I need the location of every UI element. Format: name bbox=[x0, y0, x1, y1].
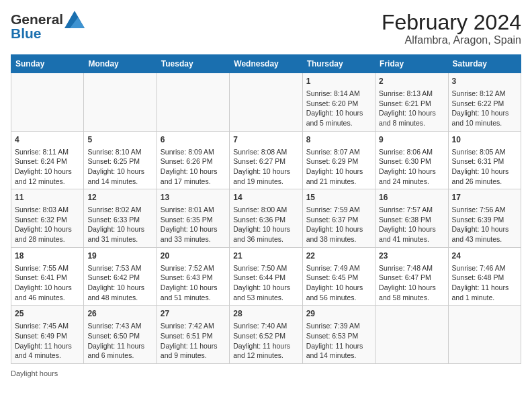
calendar-cell: 18Sunrise: 7:55 AM Sunset: 6:41 PM Dayli… bbox=[11, 247, 84, 306]
calendar-table: SundayMondayTuesdayWednesdayThursdayFrid… bbox=[11, 54, 521, 364]
calendar-week-4: 18Sunrise: 7:55 AM Sunset: 6:41 PM Dayli… bbox=[11, 247, 521, 306]
day-info: Sunrise: 8:08 AM Sunset: 6:27 PM Dayligh… bbox=[233, 147, 298, 187]
day-info: Sunrise: 7:57 AM Sunset: 6:38 PM Dayligh… bbox=[379, 205, 444, 244]
day-info: Sunrise: 7:55 AM Sunset: 6:41 PM Dayligh… bbox=[15, 263, 80, 303]
day-number: 25 bbox=[15, 308, 80, 320]
calendar-week-2: 4Sunrise: 8:11 AM Sunset: 6:24 PM Daylig… bbox=[11, 131, 521, 189]
calendar-cell: 5Sunrise: 8:10 AM Sunset: 6:25 PM Daylig… bbox=[84, 131, 157, 189]
calendar-cell: 9Sunrise: 8:06 AM Sunset: 6:30 PM Daylig… bbox=[375, 131, 448, 189]
day-info: Sunrise: 7:45 AM Sunset: 6:49 PM Dayligh… bbox=[15, 321, 80, 361]
calendar-cell: 21Sunrise: 7:50 AM Sunset: 6:44 PM Dayli… bbox=[230, 247, 302, 306]
calendar-cell: 15Sunrise: 7:59 AM Sunset: 6:37 PM Dayli… bbox=[302, 189, 375, 248]
calendar-cell: 25Sunrise: 7:45 AM Sunset: 6:49 PM Dayli… bbox=[11, 306, 84, 364]
day-info: Sunrise: 7:50 AM Sunset: 6:44 PM Dayligh… bbox=[233, 263, 298, 303]
calendar-cell: 3Sunrise: 8:12 AM Sunset: 6:22 PM Daylig… bbox=[448, 73, 521, 132]
day-info: Sunrise: 8:02 AM Sunset: 6:33 PM Dayligh… bbox=[87, 205, 152, 244]
day-number: 19 bbox=[87, 250, 152, 262]
logo-icon bbox=[64, 11, 85, 28]
calendar-week-5: 25Sunrise: 7:45 AM Sunset: 6:49 PM Dayli… bbox=[11, 306, 521, 364]
day-number: 29 bbox=[306, 308, 371, 320]
col-header-friday: Friday bbox=[375, 55, 448, 73]
day-info: Sunrise: 8:01 AM Sunset: 6:35 PM Dayligh… bbox=[161, 205, 226, 244]
day-number: 22 bbox=[306, 250, 371, 262]
day-number: 12 bbox=[87, 192, 152, 203]
col-header-thursday: Thursday bbox=[302, 55, 375, 73]
calendar-week-1: 1Sunrise: 8:14 AM Sunset: 6:20 PM Daylig… bbox=[11, 73, 521, 132]
day-number: 16 bbox=[379, 192, 444, 203]
page-subtitle: Alfambra, Aragon, Spain bbox=[382, 34, 521, 46]
day-info: Sunrise: 7:46 AM Sunset: 6:48 PM Dayligh… bbox=[452, 263, 517, 303]
calendar-cell: 27Sunrise: 7:42 AM Sunset: 6:51 PM Dayli… bbox=[157, 306, 229, 364]
day-number: 14 bbox=[233, 192, 298, 203]
calendar-cell: 14Sunrise: 8:00 AM Sunset: 6:36 PM Dayli… bbox=[230, 189, 302, 248]
day-info: Sunrise: 7:56 AM Sunset: 6:39 PM Dayligh… bbox=[452, 205, 517, 244]
day-info: Sunrise: 7:59 AM Sunset: 6:37 PM Dayligh… bbox=[306, 205, 371, 244]
day-number: 7 bbox=[233, 134, 298, 146]
calendar-cell: 10Sunrise: 8:05 AM Sunset: 6:31 PM Dayli… bbox=[448, 131, 521, 189]
title-block: February 2024 Alfambra, Aragon, Spain bbox=[382, 11, 521, 46]
day-number: 4 bbox=[15, 134, 80, 146]
day-number: 2 bbox=[379, 76, 444, 87]
day-number: 24 bbox=[452, 250, 517, 262]
calendar-cell: 16Sunrise: 7:57 AM Sunset: 6:38 PM Dayli… bbox=[375, 189, 448, 248]
calendar-cell: 28Sunrise: 7:40 AM Sunset: 6:52 PM Dayli… bbox=[230, 306, 302, 364]
day-info: Sunrise: 8:03 AM Sunset: 6:32 PM Dayligh… bbox=[15, 205, 80, 244]
day-info: Sunrise: 8:07 AM Sunset: 6:29 PM Dayligh… bbox=[306, 147, 371, 187]
day-info: Sunrise: 7:52 AM Sunset: 6:43 PM Dayligh… bbox=[161, 263, 226, 303]
calendar-cell: 24Sunrise: 7:46 AM Sunset: 6:48 PM Dayli… bbox=[448, 247, 521, 306]
day-number: 27 bbox=[161, 308, 226, 320]
day-number: 20 bbox=[161, 250, 226, 262]
day-info: Sunrise: 8:11 AM Sunset: 6:24 PM Dayligh… bbox=[15, 147, 80, 187]
calendar-cell: 2Sunrise: 8:13 AM Sunset: 6:21 PM Daylig… bbox=[375, 73, 448, 132]
day-info: Sunrise: 7:39 AM Sunset: 6:53 PM Dayligh… bbox=[306, 321, 371, 361]
day-info: Sunrise: 8:12 AM Sunset: 6:22 PM Dayligh… bbox=[452, 89, 517, 128]
calendar-cell bbox=[157, 73, 229, 132]
calendar-cell bbox=[230, 73, 302, 132]
day-info: Sunrise: 8:06 AM Sunset: 6:30 PM Dayligh… bbox=[379, 147, 444, 187]
day-info: Sunrise: 7:49 AM Sunset: 6:45 PM Dayligh… bbox=[306, 263, 371, 303]
calendar-cell: 19Sunrise: 7:53 AM Sunset: 6:42 PM Dayli… bbox=[84, 247, 157, 306]
day-info: Sunrise: 8:14 AM Sunset: 6:20 PM Dayligh… bbox=[306, 89, 371, 128]
day-number: 26 bbox=[87, 308, 152, 320]
day-info: Sunrise: 8:10 AM Sunset: 6:25 PM Dayligh… bbox=[87, 147, 152, 187]
day-info: Sunrise: 7:53 AM Sunset: 6:42 PM Dayligh… bbox=[87, 263, 152, 303]
calendar-cell: 12Sunrise: 8:02 AM Sunset: 6:33 PM Dayli… bbox=[84, 189, 157, 248]
day-info: Sunrise: 7:40 AM Sunset: 6:52 PM Dayligh… bbox=[233, 321, 298, 361]
day-number: 13 bbox=[161, 192, 226, 203]
calendar-cell: 7Sunrise: 8:08 AM Sunset: 6:27 PM Daylig… bbox=[230, 131, 302, 189]
col-header-wednesday: Wednesday bbox=[230, 55, 302, 73]
logo: General Blue bbox=[11, 11, 85, 42]
calendar-cell: 4Sunrise: 8:11 AM Sunset: 6:24 PM Daylig… bbox=[11, 131, 84, 189]
col-header-tuesday: Tuesday bbox=[157, 55, 229, 73]
footer: Daylight hours bbox=[11, 369, 521, 377]
calendar-cell: 17Sunrise: 7:56 AM Sunset: 6:39 PM Dayli… bbox=[448, 189, 521, 248]
day-info: Sunrise: 8:05 AM Sunset: 6:31 PM Dayligh… bbox=[452, 147, 517, 187]
day-number: 3 bbox=[452, 76, 517, 87]
day-info: Sunrise: 7:48 AM Sunset: 6:47 PM Dayligh… bbox=[379, 263, 444, 303]
day-number: 11 bbox=[15, 192, 80, 203]
calendar-cell bbox=[11, 73, 84, 132]
day-number: 15 bbox=[306, 192, 371, 203]
day-number: 10 bbox=[452, 134, 517, 146]
day-info: Sunrise: 7:42 AM Sunset: 6:51 PM Dayligh… bbox=[161, 321, 226, 361]
calendar-cell: 13Sunrise: 8:01 AM Sunset: 6:35 PM Dayli… bbox=[157, 189, 229, 248]
day-number: 21 bbox=[233, 250, 298, 262]
calendar-cell: 11Sunrise: 8:03 AM Sunset: 6:32 PM Dayli… bbox=[11, 189, 84, 248]
day-number: 9 bbox=[379, 134, 444, 146]
day-info: Sunrise: 7:43 AM Sunset: 6:50 PM Dayligh… bbox=[87, 321, 152, 361]
day-number: 17 bbox=[452, 192, 517, 203]
calendar-cell: 22Sunrise: 7:49 AM Sunset: 6:45 PM Dayli… bbox=[302, 247, 375, 306]
calendar-cell: 6Sunrise: 8:09 AM Sunset: 6:26 PM Daylig… bbox=[157, 131, 229, 189]
calendar-cell bbox=[448, 306, 521, 364]
calendar-cell: 26Sunrise: 7:43 AM Sunset: 6:50 PM Dayli… bbox=[84, 306, 157, 364]
calendar-cell: 20Sunrise: 7:52 AM Sunset: 6:43 PM Dayli… bbox=[157, 247, 229, 306]
calendar-header-row: SundayMondayTuesdayWednesdayThursdayFrid… bbox=[11, 55, 521, 73]
calendar-cell: 23Sunrise: 7:48 AM Sunset: 6:47 PM Dayli… bbox=[375, 247, 448, 306]
calendar-cell: 1Sunrise: 8:14 AM Sunset: 6:20 PM Daylig… bbox=[302, 73, 375, 132]
calendar-cell: 29Sunrise: 7:39 AM Sunset: 6:53 PM Dayli… bbox=[302, 306, 375, 364]
day-info: Sunrise: 8:00 AM Sunset: 6:36 PM Dayligh… bbox=[233, 205, 298, 244]
calendar-week-3: 11Sunrise: 8:03 AM Sunset: 6:32 PM Dayli… bbox=[11, 189, 521, 248]
col-header-sunday: Sunday bbox=[11, 55, 84, 73]
page-title: February 2024 bbox=[382, 11, 521, 34]
calendar-cell: 8Sunrise: 8:07 AM Sunset: 6:29 PM Daylig… bbox=[302, 131, 375, 189]
